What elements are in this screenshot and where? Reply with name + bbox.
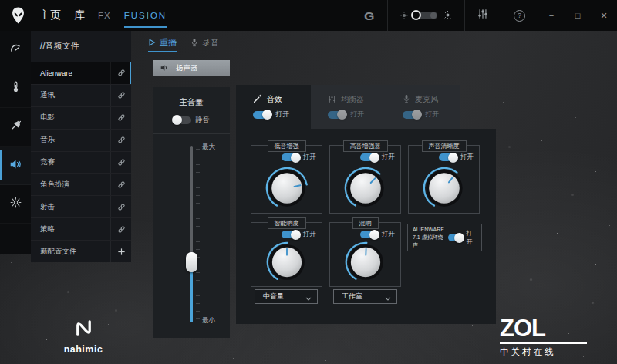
profile-label: Alienware <box>31 62 110 84</box>
profile-label: 策略 <box>31 218 110 240</box>
voice-clarity-knob[interactable] <box>422 166 467 211</box>
link-icon[interactable] <box>110 218 131 240</box>
equalizer-icon <box>328 95 336 105</box>
speaker-icon <box>8 157 22 174</box>
microphone-icon <box>190 38 198 49</box>
mute-toggle[interactable] <box>174 116 191 124</box>
equalizer-toggle[interactable] <box>328 111 346 119</box>
speaker-device-button[interactable]: 扬声器 <box>153 60 230 76</box>
profile-row-shooter[interactable]: 射击 <box>31 195 131 217</box>
nav-library[interactable]: 库 <box>74 0 85 31</box>
toggle-label: 打开 <box>460 153 474 162</box>
mixer-icon[interactable] <box>477 8 488 22</box>
nav-fx[interactable]: FX <box>98 0 111 31</box>
profile-label: 角色扮演 <box>31 174 110 195</box>
effects-panel: 低音增强 打开 高音增强器 打开 <box>236 129 496 324</box>
tab-microphone[interactable]: 麦克风 打开 <box>386 85 460 129</box>
toggle-label: 打开 <box>303 230 316 239</box>
surround-71-toggle[interactable] <box>448 234 463 241</box>
nav-fusion[interactable]: FUSION <box>124 0 167 31</box>
rail-item-lighting[interactable] <box>0 185 31 224</box>
reverb-box: 混响 打开 <box>329 222 401 287</box>
rail-item-audio[interactable] <box>0 147 31 185</box>
nahimic-branding: nahimic <box>56 318 111 355</box>
maximize-button[interactable]: □ <box>565 0 591 31</box>
treble-boost-knob[interactable] <box>343 166 388 211</box>
reverb-dropdown-value: 工作室 <box>342 292 362 302</box>
reverb-toggle[interactable] <box>360 231 378 238</box>
rail-item-performance[interactable] <box>0 31 31 69</box>
surround-71-box: ALIENWARE 7.1 虚拟环绕声 打开 <box>407 224 482 251</box>
window-controls: − □ ✕ <box>538 0 617 31</box>
wand-icon <box>253 94 262 105</box>
mute-label: 静音 <box>196 115 210 125</box>
tab-recording[interactable]: 录音 <box>190 37 219 52</box>
smart-loudness-knob[interactable] <box>265 241 308 284</box>
tab-equalizer[interactable]: 均衡器 打开 <box>311 85 386 129</box>
play-outline-icon <box>148 39 156 48</box>
bass-boost-toggle[interactable] <box>282 153 299 161</box>
toggle-label: 打开 <box>303 153 316 162</box>
volume-min-label: 最小 <box>202 316 215 325</box>
profile-row-alienware[interactable]: Alienware <box>31 62 131 84</box>
toggle-label: 打开 <box>466 229 477 246</box>
theme-brightness-control <box>388 0 464 31</box>
close-button[interactable]: ✕ <box>591 0 617 31</box>
help-icon[interactable]: ? <box>514 10 525 22</box>
profile-row-new-profile[interactable]: 新配置文件 <box>31 240 131 262</box>
sound-effects-toggle[interactable] <box>253 111 271 119</box>
nav-home[interactable]: 主页 <box>39 0 61 31</box>
alienware-logo-icon[interactable] <box>10 5 27 25</box>
link-icon[interactable] <box>110 152 131 174</box>
tab-microphone-label: 麦克风 <box>415 94 438 105</box>
smart-loudness-dropdown-value: 中音量 <box>263 292 284 302</box>
profile-row-movie[interactable]: 电影 <box>31 106 131 129</box>
reverb-knob[interactable] <box>344 241 387 284</box>
bass-boost-knob[interactable] <box>265 166 309 211</box>
voice-clarity-label: 声音清晰度 <box>422 140 467 152</box>
plus-icon[interactable] <box>110 241 131 262</box>
toggle-label: 打开 <box>425 110 439 120</box>
dim-sun-icon <box>400 8 408 22</box>
tab-equalizer-label: 均衡器 <box>341 94 364 105</box>
master-volume-panel: 主音量 静音 最大 最小 <box>153 87 230 338</box>
profile-label: 通讯 <box>31 85 110 106</box>
rail-item-power[interactable] <box>0 108 31 147</box>
master-volume-slider[interactable]: 最大 最小 <box>153 146 230 322</box>
rail-item-thermal[interactable] <box>0 69 31 108</box>
profile-row-roleplay[interactable]: 角色扮演 <box>31 173 131 195</box>
link-icon[interactable] <box>110 62 131 84</box>
profile-label: 射击 <box>31 196 110 217</box>
volume-max-label: 最大 <box>202 143 215 152</box>
profile-row-strategy[interactable]: 策略 <box>31 217 131 240</box>
main-nav: 主页 库 FX FUSION <box>39 0 167 31</box>
smart-loudness-toggle[interactable] <box>282 231 299 238</box>
reverb-dropdown[interactable]: 工作室 <box>333 289 397 304</box>
zol-watermark: ZOL 中关村在线 <box>500 316 587 358</box>
reverb-label: 混响 <box>352 217 379 229</box>
link-icon[interactable] <box>110 85 131 106</box>
profile-row-communication[interactable]: 通讯 <box>31 84 131 106</box>
profile-row-racing[interactable]: 竞赛 <box>31 151 131 174</box>
microphone-toggle[interactable] <box>403 111 420 119</box>
tab-sound-effects[interactable]: 音效 打开 <box>236 85 311 129</box>
voice-clarity-box: 声音清晰度 打开 <box>408 145 480 214</box>
minimize-button[interactable]: − <box>538 0 565 31</box>
chevron-down-icon <box>305 290 312 304</box>
g-key-icon[interactable]: G <box>364 9 376 22</box>
thermometer-icon <box>9 80 22 96</box>
nahimic-wordmark: nahimic <box>64 344 103 355</box>
link-icon[interactable] <box>110 174 131 195</box>
treble-boost-toggle[interactable] <box>360 153 378 161</box>
theme-slider[interactable] <box>414 12 437 19</box>
link-icon[interactable] <box>110 130 131 151</box>
link-icon[interactable] <box>110 107 131 129</box>
tab-playback-label: 重播 <box>160 37 177 49</box>
volume-slider-handle[interactable] <box>186 252 197 272</box>
microphone-icon <box>403 94 410 105</box>
tab-playback[interactable]: 重播 <box>148 37 177 52</box>
link-icon[interactable] <box>110 196 131 217</box>
voice-clarity-toggle[interactable] <box>439 153 457 161</box>
profile-row-music[interactable]: 音乐 <box>31 129 131 151</box>
smart-loudness-dropdown[interactable]: 中音量 <box>255 289 318 304</box>
